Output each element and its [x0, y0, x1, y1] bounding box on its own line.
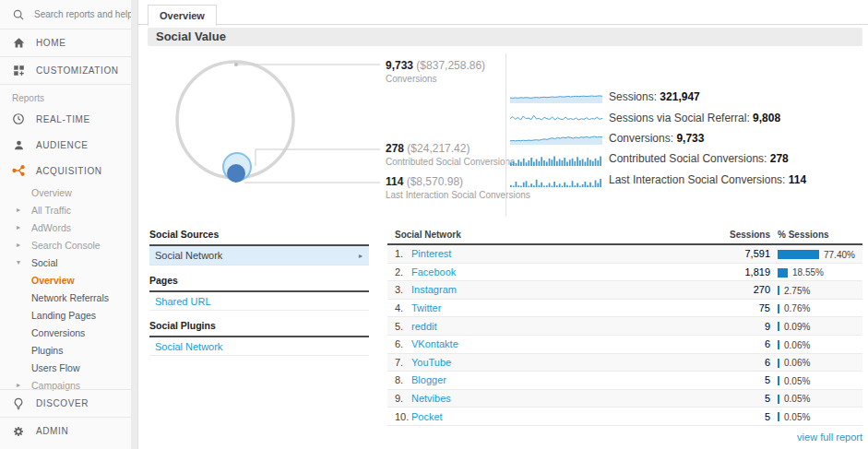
sessions-cell: 7,591 [706, 248, 770, 259]
table-row: 5.reddit90.09% [387, 317, 862, 336]
pct-sessions-bar [778, 304, 779, 313]
pct-sessions-bar [778, 322, 779, 331]
pct-sessions-bar [778, 340, 779, 349]
sidebar-item-real-time[interactable]: REAL-TIME [0, 106, 137, 132]
sidebar-item-acquisition[interactable]: ACQUISITION [0, 158, 137, 183]
sessions-cell: 6 [706, 338, 770, 349]
sidebar: Search reports and help HOMECUSTOMIZATIO… [0, 0, 138, 449]
sidebar-item-audience[interactable]: AUDIENCE [0, 132, 137, 158]
sidebar-item-network-referrals[interactable]: Network Referrals [0, 289, 137, 306]
column-header-social-network: Social Network [387, 230, 706, 240]
sidebar-item-adwords[interactable]: ▸AdWords [0, 219, 137, 236]
sidebar-item-discover[interactable]: DISCOVER [0, 389, 138, 417]
table-row: 2.Facebook1,81918.55% [387, 264, 862, 282]
selector-group-title: Pages [149, 272, 369, 292]
sidebar-item-label: Overview [31, 275, 75, 286]
social-network-link[interactable]: Blogger [411, 374, 446, 385]
social-network-link[interactable]: Pinterest [411, 248, 451, 259]
sessions-cell: 5 [706, 374, 770, 385]
view-full-report-link[interactable]: view full report [797, 431, 862, 443]
report-selector-panel: Social SourcesSocial Network▸PagesShared… [149, 226, 369, 356]
sessions-cell: 270 [706, 284, 770, 295]
sidebar-item-label: REAL-TIME [36, 114, 90, 124]
pct-sessions-bar [778, 250, 819, 259]
sidebar-item-users-flow[interactable]: Users Flow [0, 359, 137, 376]
sessions-cell: 5 [706, 393, 770, 404]
table-row: 7.YouTube60.06% [387, 354, 862, 372]
metric-row-3: Conversions: 9,733 [510, 131, 704, 146]
row-rank: 1. [387, 248, 411, 259]
metric-row-1: Sessions: 321,947 [510, 89, 700, 104]
table-row: 4.Twitter750.76% [387, 300, 862, 318]
social-network-cell: reddit [411, 321, 706, 332]
social-network-link[interactable]: Instagram [411, 284, 457, 295]
chevron-right-icon: ▸ [17, 381, 20, 389]
social-network-link[interactable]: Facebook [411, 266, 456, 278]
sidebar-item-landing-pages[interactable]: Landing Pages [0, 306, 137, 324]
callout-2: 278 ($24,217.42)Contributed Social Conve… [386, 142, 515, 167]
callout-monetary: ($8,570.98) [403, 175, 463, 188]
selector-item-label: Social Network [155, 341, 222, 352]
metrics-panel: Sessions: 321,947Sessions via Social Ref… [507, 46, 867, 194]
pct-sessions-label: 0.06% [784, 358, 810, 368]
row-rank: 8. [387, 374, 411, 385]
row-rank: 4. [387, 302, 411, 313]
social-network-cell: YouTube [411, 357, 706, 368]
social-network-link[interactable]: reddit [411, 321, 437, 332]
metric-row-4: Contributed Social Conversions: 278 [510, 151, 789, 166]
sidebar-item-label: All Traffic [31, 205, 71, 216]
social-value-bubble-chart [138, 46, 397, 221]
pct-sessions-cell: 77.40% [770, 248, 862, 260]
chevron-right-icon: ▸ [17, 223, 20, 231]
pct-sessions-bar [778, 268, 788, 278]
pct-sessions-cell: 0.06% [770, 357, 862, 369]
metric-label: Sessions via Social Referral: 9,808 [609, 112, 780, 124]
sidebar-item-social[interactable]: ▾Social [0, 254, 137, 271]
sidebar-item-label: AUDIENCE [36, 140, 88, 150]
tab-overview[interactable]: Overview [148, 5, 217, 26]
metric-label: Last Interaction Social Conversions: 114 [609, 173, 806, 186]
acquisition-icon [11, 163, 26, 178]
sidebar-item-label: Search Console [31, 240, 101, 251]
table-row: 1.Pinterest7,59177.40% [387, 245, 862, 264]
search-input[interactable]: Search reports and help [0, 0, 137, 30]
social-network-link[interactable]: Pocket [411, 411, 443, 422]
sidebar-item-customization[interactable]: CUSTOMIZATION [0, 57, 137, 85]
sidebar-item-label: Conversions [31, 327, 85, 338]
column-header-pct-sessions: % Sessions [770, 230, 862, 240]
metric-row-2: Sessions via Social Referral: 9,808 [510, 111, 780, 125]
social-network-link[interactable]: VKontakte [411, 338, 458, 349]
sidebar-item-label: Social [31, 257, 58, 268]
pct-sessions-cell: 0.06% [770, 338, 862, 350]
sessions-cell: 9 [706, 321, 770, 332]
sidebar-scrollbar[interactable] [131, 0, 137, 449]
sidebar-item-plugins[interactable]: Plugins [0, 341, 137, 359]
row-rank: 10. [387, 411, 411, 422]
sidebar-item-acquisition-overview[interactable]: Overview [0, 183, 137, 201]
pct-sessions-label: 0.06% [784, 340, 810, 350]
social-network-link[interactable]: Netvibes [411, 393, 451, 404]
social-network-link[interactable]: YouTube [411, 357, 451, 368]
sparkline-bars [510, 173, 602, 187]
sidebar-item-search-console[interactable]: ▸Search Console [0, 236, 137, 254]
sidebar-item-social-overview[interactable]: Overview [0, 271, 137, 289]
search-placeholder: Search reports and help [34, 9, 133, 19]
sessions-cell: 75 [706, 302, 770, 313]
social-network-cell: Pocket [411, 411, 706, 422]
social-network-link[interactable]: Twitter [411, 302, 441, 313]
callout-label: Contributed Social Conversions [386, 157, 515, 167]
sidebar-item-label: ADMIN [36, 426, 68, 436]
pct-sessions-cell: 18.55% [770, 266, 862, 278]
metric-label: Contributed Social Conversions: 278 [609, 152, 789, 165]
tab-strip-divider [138, 24, 868, 25]
pct-sessions-label: 0.09% [784, 322, 810, 332]
pct-sessions-cell: 0.09% [770, 320, 862, 332]
sessions-cell: 1,819 [706, 266, 770, 278]
selector-item-shared-url[interactable]: Shared URL [149, 292, 369, 311]
sidebar-item-admin[interactable]: ADMIN [0, 417, 138, 444]
selector-item-social-network[interactable]: Social Network [149, 337, 369, 356]
sidebar-item-home[interactable]: HOME [0, 30, 137, 57]
sidebar-item-all-traffic[interactable]: ▸All Traffic [0, 201, 137, 219]
sidebar-item-social-conversions[interactable]: Conversions [0, 324, 137, 341]
selector-item-social-network[interactable]: Social Network▸ [149, 246, 369, 266]
